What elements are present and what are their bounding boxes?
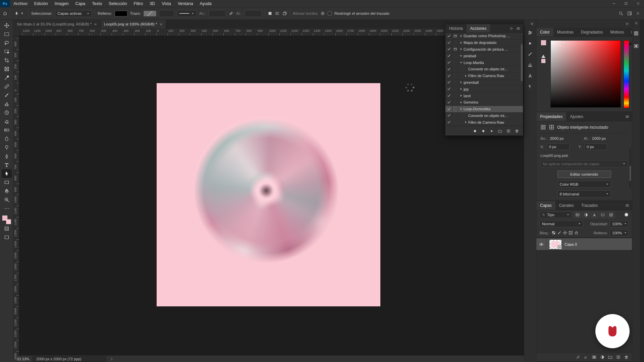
canvas[interactable] <box>157 83 380 306</box>
panel-icon-clone-source[interactable] <box>526 60 535 69</box>
edit-toolbar-button[interactable] <box>2 204 12 213</box>
expand-dock-icon[interactable] <box>634 21 638 25</box>
lock-all-icon[interactable] <box>574 231 579 235</box>
action-dialog-toggle[interactable] <box>452 73 458 79</box>
bit-depth-dropdown[interactable]: 8 bits/canal <box>557 190 611 197</box>
action-dialog-toggle[interactable] <box>452 46 458 53</box>
action-dialog-toggle[interactable] <box>452 119 458 125</box>
link-layers-icon[interactable] <box>576 355 580 359</box>
menu-item-ayuda[interactable]: Ayuda <box>197 0 215 7</box>
panel-icon-actions[interactable] <box>526 39 535 48</box>
tab-propiedades[interactable]: Propiedades <box>536 112 566 121</box>
vertical-ruler[interactable]: 4003002001000100200300400500600700800900… <box>13 36 19 355</box>
dodge-tool[interactable] <box>2 143 12 152</box>
brush-tool[interactable] <box>2 91 12 100</box>
action-dialog-toggle[interactable] <box>452 106 458 112</box>
action-row[interactable]: pinkball <box>445 53 523 59</box>
lock-transparency-icon[interactable] <box>551 231 556 235</box>
move-tool[interactable] <box>2 21 12 30</box>
expand-icon[interactable] <box>458 87 464 91</box>
filter-type-layers-button[interactable] <box>591 212 598 218</box>
hue-slider[interactable] <box>624 40 629 108</box>
stroke-style-dropdown[interactable] <box>177 10 197 17</box>
layer-visibility-toggle[interactable] <box>536 238 546 250</box>
tab-trazados[interactable]: Trazados <box>578 201 602 210</box>
menu-item-capa[interactable]: Capa <box>72 0 89 7</box>
scrollbar[interactable] <box>629 148 631 188</box>
action-row[interactable]: Convertir en objeto int... <box>445 113 523 119</box>
collapse-icon[interactable] <box>458 61 464 64</box>
tab-close-icon[interactable]: × <box>94 22 97 26</box>
tab-acciones[interactable]: Acciones <box>467 24 490 33</box>
action-check[interactable] <box>445 67 452 71</box>
history-brush-tool[interactable] <box>2 108 12 117</box>
action-check[interactable] <box>445 114 452 117</box>
action-row[interactable]: Loop-Domestika <box>445 106 523 113</box>
seleccionar-dropdown[interactable]: Capas activas <box>55 10 92 17</box>
domestika-logo-bubble[interactable] <box>595 314 630 348</box>
panel-menu-icon[interactable] <box>625 115 629 119</box>
tab-close-icon[interactable]: × <box>160 22 162 26</box>
record-icon[interactable] <box>481 129 485 133</box>
healing-brush-tool[interactable] <box>2 82 12 91</box>
tool-preset-picker[interactable] <box>13 11 25 16</box>
menu-item-3d[interactable]: 3D <box>146 0 158 7</box>
panel-icon-brush-settings[interactable] <box>526 49 535 59</box>
status-chevron-icon[interactable] <box>110 357 114 361</box>
foreground-color-chip[interactable] <box>541 40 546 45</box>
filter-shape-layers-button[interactable] <box>599 212 606 218</box>
action-dialog-toggle[interactable] <box>452 59 458 66</box>
action-check[interactable] <box>445 94 452 98</box>
y-field[interactable]: 0 px <box>584 143 607 150</box>
action-row[interactable]: greenball <box>445 79 523 86</box>
clone-stamp-tool[interactable] <box>2 100 12 108</box>
menu-item-archivo[interactable]: Archivo <box>10 0 31 7</box>
type-tool[interactable] <box>2 161 12 169</box>
gear-icon[interactable] <box>320 11 325 16</box>
action-row[interactable]: Gemelos <box>445 99 523 106</box>
action-row[interactable]: land <box>445 93 523 99</box>
filter-toggle[interactable] <box>624 213 629 217</box>
action-dialog-toggle[interactable] <box>452 99 458 106</box>
tab-degradados[interactable]: Degradados <box>577 28 606 37</box>
ruler-origin-corner[interactable] <box>13 28 19 36</box>
quick-mask-button[interactable] <box>2 224 12 233</box>
action-check[interactable] <box>445 74 452 78</box>
shape-tool[interactable] <box>2 178 12 187</box>
gamut-warning-icon[interactable] <box>541 55 545 58</box>
edit-content-button[interactable]: Editar contenido <box>557 171 611 178</box>
stroke-width-field[interactable] <box>159 10 174 17</box>
expand-icon[interactable] <box>458 101 464 104</box>
new-group-icon[interactable] <box>608 355 612 359</box>
path-operations-icon[interactable] <box>268 11 272 16</box>
document-tab-2[interactable]: Loop05.png al 100% (RGB/8) *× <box>101 20 166 28</box>
action-check[interactable] <box>445 41 452 45</box>
color-mode-dropdown[interactable]: Color RGB <box>557 181 611 188</box>
blur-tool[interactable] <box>2 134 12 143</box>
layer-filter-dropdown[interactable]: Tipo <box>540 212 572 218</box>
lock-pixels-icon[interactable] <box>557 231 561 235</box>
new-adjustment-icon[interactable] <box>600 355 604 359</box>
opacity-dropdown[interactable]: 100% <box>610 221 629 227</box>
filter-pixel-layers-button[interactable] <box>574 212 581 218</box>
action-dialog-toggle[interactable] <box>452 93 458 99</box>
expand-icon[interactable] <box>458 94 464 98</box>
filter-smart-objects-button[interactable] <box>607 212 615 218</box>
collapse-icon[interactable] <box>458 107 464 111</box>
document-info[interactable]: 2000 px x 2000 px (72 ppp) <box>33 356 106 362</box>
eyedropper-tool[interactable] <box>2 73 12 82</box>
action-check[interactable] <box>445 107 452 111</box>
crop-tool[interactable] <box>2 56 12 65</box>
menu-item-texto[interactable]: Texto <box>89 0 105 7</box>
expand-dock-icon[interactable] <box>528 21 536 26</box>
path-alignment-icon[interactable] <box>275 11 280 16</box>
document-tab-1[interactable]: Sin título-1 al 33.3% (Loop00.png, RGB/8… <box>13 20 101 28</box>
collapse-panel-icon[interactable] <box>509 26 514 31</box>
marquee-tool[interactable] <box>2 30 12 39</box>
panel-icon-brushes[interactable] <box>526 28 535 37</box>
layer-comp-dropdown[interactable]: No aplicar composición de capas <box>540 160 628 167</box>
action-row[interactable]: Filtro de Camera Raw <box>445 119 523 126</box>
frame-tool[interactable] <box>2 65 12 73</box>
home-icon[interactable] <box>3 11 7 16</box>
action-row[interactable]: Mapa de degradado <box>445 40 523 46</box>
